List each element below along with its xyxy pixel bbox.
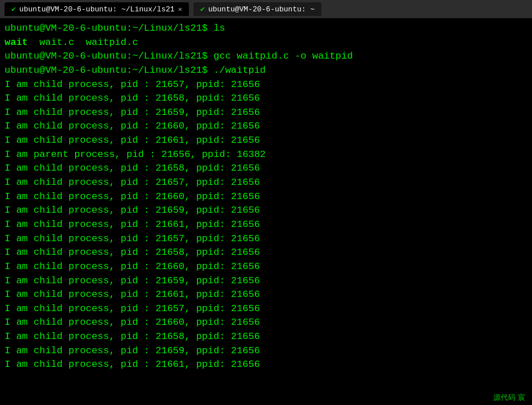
terminal-line: I am child process, pid : 21659, ppid: 2… bbox=[5, 204, 527, 218]
tab1-close-icon[interactable]: ✕ bbox=[178, 5, 182, 14]
status-bar: 源代码 宸 bbox=[493, 392, 525, 403]
terminal-line: I am child process, pid : 21659, ppid: 2… bbox=[5, 274, 527, 288]
terminal-line: I am child process, pid : 21661, ppid: 2… bbox=[5, 288, 527, 302]
terminal-line: I am child process, pid : 21661, ppid: 2… bbox=[5, 218, 527, 232]
terminal-line: I am child process, pid : 21661, ppid: 2… bbox=[5, 134, 527, 148]
terminal-line: I am child process, pid : 21658, ppid: 2… bbox=[5, 162, 527, 176]
terminal-line: ubuntu@VM-20-6-ubuntu:~/Linux/ls21$ gcc … bbox=[5, 49, 527, 64]
tab-active[interactable]: ✔ ubuntu@VM-20-6-ubuntu: ~/Linux/ls21 ✕ bbox=[5, 2, 189, 16]
terminal-line: I am child process, pid : 21660, ppid: 2… bbox=[5, 119, 527, 134]
terminal-line: I am child process, pid : 21658, ppid: 2… bbox=[5, 92, 527, 106]
terminal-line: I am child process, pid : 21657, ppid: 2… bbox=[5, 176, 527, 190]
tab1-label: ubuntu@VM-20-6-ubuntu: ~/Linux/ls21 bbox=[19, 5, 175, 14]
terminal-line: I am child process, pid : 21657, ppid: 2… bbox=[5, 78, 527, 92]
terminal-line: ubuntu@VM-20-6-ubuntu:~/Linux/ls21$ ./wa… bbox=[5, 64, 527, 78]
terminal-line: I am child process, pid : 21659, ppid: 2… bbox=[5, 106, 527, 120]
terminal-line: I am child process, pid : 21659, ppid: 2… bbox=[5, 344, 527, 358]
terminal-line: I am child process, pid : 21658, ppid: 2… bbox=[5, 330, 527, 344]
terminal-line: ubuntu@VM-20-6-ubuntu:~/Linux/ls21$ ls bbox=[5, 22, 527, 36]
tab2-label: ubuntu@VM-20-6-ubuntu: ~ bbox=[208, 5, 315, 14]
tab-inactive[interactable]: ✔ ubuntu@VM-20-6-ubuntu: ~ bbox=[193, 2, 321, 16]
terminal-line: I am parent process, pid : 21656, ppid: … bbox=[5, 148, 527, 162]
terminal-line: I am child process, pid : 21660, ppid: 2… bbox=[5, 190, 527, 204]
terminal-line: I am child process, pid : 21657, ppid: 2… bbox=[5, 232, 527, 246]
terminal-line: I am child process, pid : 21658, ppid: 2… bbox=[5, 246, 527, 260]
title-bar: ✔ ubuntu@VM-20-6-ubuntu: ~/Linux/ls21 ✕ … bbox=[0, 0, 532, 18]
terminal-body: ubuntu@VM-20-6-ubuntu:~/Linux/ls21$ lswa… bbox=[0, 18, 532, 405]
terminal-line: I am child process, pid : 21661, ppid: 2… bbox=[5, 358, 527, 372]
tab2-check-icon: ✔ bbox=[200, 5, 205, 14]
terminal-line: I am child process, pid : 21660, ppid: 2… bbox=[5, 316, 527, 330]
terminal-line: I am child process, pid : 21660, ppid: 2… bbox=[5, 260, 527, 274]
tab1-check-icon: ✔ bbox=[11, 5, 16, 14]
terminal-line: wait wait.c waitpid.c bbox=[5, 36, 527, 50]
terminal-line: I am child process, pid : 21657, ppid: 2… bbox=[5, 302, 527, 316]
